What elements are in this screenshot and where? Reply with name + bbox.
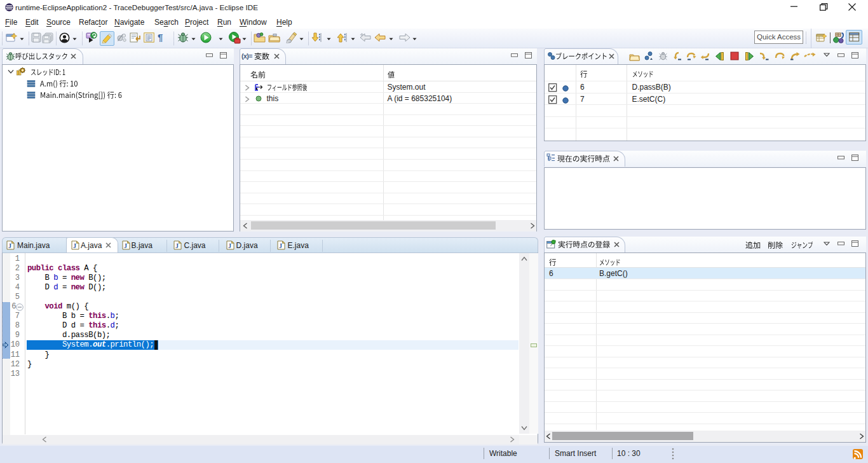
svg-text:J: J bbox=[8, 242, 11, 249]
svg-text:J: J bbox=[228, 242, 231, 249]
svg-text:J: J bbox=[279, 242, 282, 249]
svg-text:J: J bbox=[73, 242, 76, 249]
svg-text:J: J bbox=[124, 242, 127, 249]
svg-text:J: J bbox=[175, 242, 179, 249]
